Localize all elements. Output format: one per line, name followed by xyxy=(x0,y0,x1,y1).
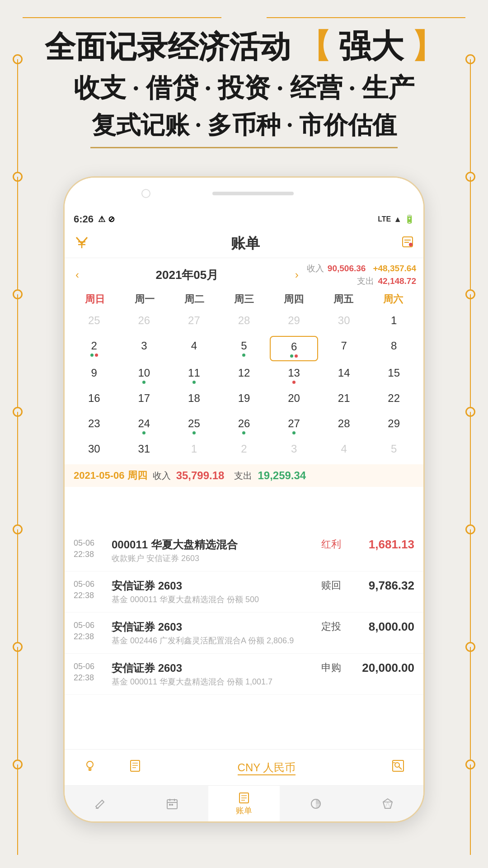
cal-day-31[interactable]: 31 xyxy=(120,439,169,462)
cal-day-12[interactable]: 12 xyxy=(220,363,268,387)
date-summary: 2021-05-06 周四 收入 35,799.18 支出 19,259.34 xyxy=(65,464,423,487)
nav-item-ledger[interactable]: 账单 xyxy=(208,786,280,821)
cal-day-30[interactable]: 30 xyxy=(70,439,118,462)
cal-day-3-next[interactable]: 3 xyxy=(270,439,318,462)
weekday-tue: 周二 xyxy=(169,290,219,309)
cal-day-30-prev[interactable]: 30 xyxy=(320,311,368,334)
tx-item-2[interactable]: 05-0622:38 安信证券 2603 基金 000011 华夏大盘精选混合 … xyxy=(65,571,423,613)
status-no-signal-icon: ⊘ xyxy=(108,214,115,224)
cal-day-15[interactable]: 15 xyxy=(370,363,418,387)
cal-day-4-next[interactable]: 4 xyxy=(320,439,368,462)
cal-day-26[interactable]: 26 xyxy=(220,414,268,437)
svg-line-33 xyxy=(385,802,388,808)
cal-day-17[interactable]: 17 xyxy=(120,388,169,412)
nav-item-calendar[interactable] xyxy=(136,797,208,810)
date-expense-label: 支出 xyxy=(234,470,252,482)
search-filter-icon[interactable] xyxy=(380,759,416,776)
cal-day-21[interactable]: 21 xyxy=(320,388,368,412)
status-bar: 6:26 ⚠ ⊘ LTE ▲ 🔋 xyxy=(65,209,423,229)
deco-vline-r3 xyxy=(470,294,471,407)
cal-day-7[interactable]: 7 xyxy=(320,336,368,361)
cal-day-19[interactable]: 19 xyxy=(220,388,268,412)
tx-amount-3: 8,000.00 xyxy=(356,620,414,634)
next-month-btn[interactable]: › xyxy=(291,267,302,283)
tx-type-1: 红利 xyxy=(313,538,349,551)
tx-name-4: 安信证券 2603 xyxy=(112,661,307,675)
cal-day-4[interactable]: 4 xyxy=(170,336,218,361)
selected-date-label: 2021-05-06 周四 xyxy=(74,469,147,482)
cal-day-3[interactable]: 3 xyxy=(120,336,169,361)
cal-day-18[interactable]: 18 xyxy=(170,388,218,412)
tx-item-3[interactable]: 05-0622:38 安信证券 2603 基金 002446 广发利鑫灵活配置混… xyxy=(65,613,423,654)
cal-day-8[interactable]: 8 xyxy=(370,336,418,361)
phone-camera xyxy=(141,189,150,198)
cal-day-9[interactable]: 9 xyxy=(70,363,118,387)
cal-day-14[interactable]: 14 xyxy=(320,363,368,387)
cal-day-20[interactable]: 20 xyxy=(270,388,318,412)
nav-item-edit[interactable] xyxy=(65,797,136,810)
cal-day-26-prev[interactable]: 26 xyxy=(120,311,169,334)
phone-mockup: 6:26 ⚠ ⊘ LTE ▲ 🔋 账单 xyxy=(63,176,425,823)
cal-day-6-today[interactable]: 6 xyxy=(270,336,318,361)
cal-day-24[interactable]: 24 xyxy=(120,414,169,437)
cal-day-28[interactable]: 28 xyxy=(320,414,368,437)
app-header-icon[interactable] xyxy=(401,235,414,252)
cal-day-25[interactable]: 25 xyxy=(170,414,218,437)
cal-day-5-next[interactable]: 5 xyxy=(370,439,418,462)
cal-day-16[interactable]: 16 xyxy=(70,388,118,412)
cal-week-2: 2 3 4 5 6 7 8 xyxy=(70,336,418,361)
nav-label-ledger: 账单 xyxy=(236,805,252,816)
lightbulb-icon[interactable] xyxy=(72,759,108,776)
cal-day-1[interactable]: 1 xyxy=(370,311,418,334)
deco-vline-l5 xyxy=(17,529,18,642)
weekday-sat: 周六 xyxy=(368,290,418,309)
cal-day-1-next[interactable]: 1 xyxy=(170,439,218,462)
deco-vline-r2 xyxy=(470,177,471,289)
cal-day-27-prev[interactable]: 27 xyxy=(170,311,218,334)
weekday-fri: 周五 xyxy=(319,290,368,309)
tx-details-4: 安信证券 2603 基金 000011 华夏大盘精选混合 份额 1,001.7 xyxy=(112,661,307,687)
tx-type-2: 赎回 xyxy=(313,579,349,592)
cal-day-10[interactable]: 10 xyxy=(120,363,169,387)
ledger-icon[interactable] xyxy=(117,759,153,776)
income-value: 90,506.36 xyxy=(328,264,366,274)
tx-type-3: 定投 xyxy=(313,620,349,633)
date-income-label: 收入 xyxy=(153,470,171,482)
tx-amount-4: 20,000.00 xyxy=(356,661,414,675)
tx-time-2: 05-0622:38 xyxy=(74,579,105,601)
currency-selector[interactable]: CNY 人民币 xyxy=(238,761,296,775)
weekday-sun: 周日 xyxy=(70,290,120,309)
cal-day-23[interactable]: 23 xyxy=(70,414,118,437)
cal-day-2-next[interactable]: 2 xyxy=(220,439,268,462)
tx-item-1[interactable]: 05-0622:38 000011 华夏大盘精选混合 收款账户 安信证券 260… xyxy=(65,530,423,571)
svg-rect-24 xyxy=(169,804,171,806)
battery-icon: 🔋 xyxy=(404,214,414,224)
tx-details-2: 安信证券 2603 基金 000011 华夏大盘精选混合 份额 500 xyxy=(112,579,307,605)
tx-amount-1: 1,681.13 xyxy=(356,538,414,552)
cal-week-5: 23 24 25 26 27 28 29 xyxy=(70,414,418,437)
cal-day-28-prev[interactable]: 28 xyxy=(220,311,268,334)
tx-item-4[interactable]: 05-0622:38 安信证券 2603 基金 000011 华夏大盘精选混合 … xyxy=(65,654,423,695)
cal-day-29-prev[interactable]: 29 xyxy=(270,311,318,334)
cal-day-22[interactable]: 22 xyxy=(370,388,418,412)
nav-item-diamond[interactable] xyxy=(352,797,423,810)
prev-month-btn[interactable]: ‹ xyxy=(72,267,83,283)
cal-day-29[interactable]: 29 xyxy=(370,414,418,437)
signal-icon: ▲ xyxy=(394,215,402,224)
calendar-section: ‹ 2021年05月 › 收入 90,506.36 +48,357.64 支出 … xyxy=(65,258,423,487)
header-strong-text: 强大 xyxy=(338,28,404,65)
cal-day-5[interactable]: 5 xyxy=(220,336,268,361)
nav-item-chart[interactable] xyxy=(280,797,352,810)
tx-time-1: 05-0622:38 xyxy=(74,538,105,560)
weekday-wed: 周三 xyxy=(219,290,269,309)
cal-day-25-prev[interactable]: 25 xyxy=(70,311,118,334)
app-title: 账单 xyxy=(90,234,401,254)
transaction-list: 05-0622:38 000011 华夏大盘精选混合 收款账户 安信证券 260… xyxy=(65,530,423,695)
tx-time-4: 05-0622:38 xyxy=(74,661,105,684)
cal-day-11[interactable]: 11 xyxy=(170,363,218,387)
cal-day-13[interactable]: 13 xyxy=(270,363,318,387)
cal-day-27[interactable]: 27 xyxy=(270,414,318,437)
cal-week-4: 16 17 18 19 20 21 22 xyxy=(70,388,418,412)
cal-day-2[interactable]: 2 xyxy=(70,336,118,361)
svg-rect-25 xyxy=(171,804,173,806)
